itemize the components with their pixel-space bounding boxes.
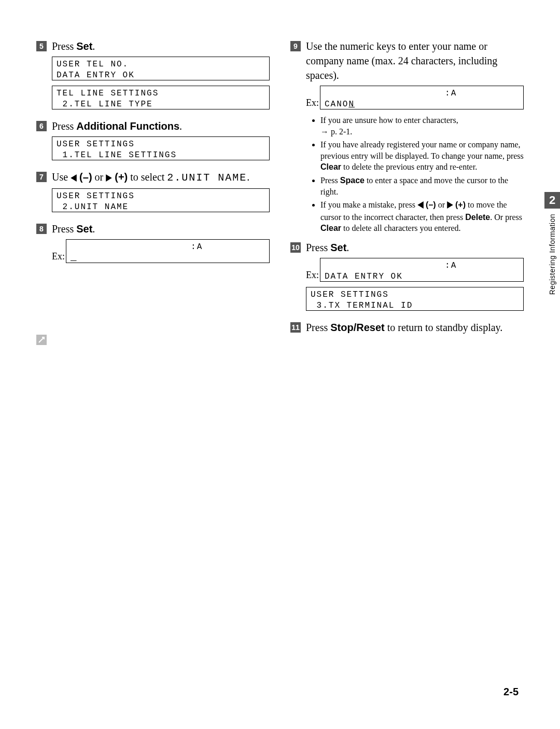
lcd-line-2: DATA ENTRY OK — [325, 272, 403, 281]
button-name: Additional Functions — [76, 120, 179, 132]
page: 5 Press Set. USER TEL NO. DATA ENTRY OK … — [0, 0, 560, 368]
svg-marker-3 — [447, 201, 453, 209]
note-bullets: If you are unsure how to enter character… — [306, 115, 524, 234]
key-clear: Clear — [320, 224, 341, 232]
bullet-item: If you have already registered your name… — [320, 139, 524, 173]
lcd-display: USER SETTINGS 2.UNIT NAME — [52, 188, 270, 212]
minus-key: (–) — [426, 200, 436, 209]
step-text: Use the numeric keys to enter your name … — [306, 39, 524, 82]
step-body: Press Stop/Reset to return to standby di… — [306, 320, 524, 338]
text: Press — [52, 223, 76, 235]
text: . — [247, 171, 249, 183]
step-8: 8 Press Set. Ex: :A _ — [36, 222, 270, 268]
text: Press — [320, 176, 340, 185]
step-number: 9 — [290, 41, 301, 51]
example-label: Ex: — [306, 98, 319, 109]
button-name: Set — [76, 223, 92, 235]
lcd-display: USER TEL NO. DATA ENTRY OK — [52, 57, 270, 80]
text: → p. 2-1. — [320, 127, 352, 136]
text: If you are unsure how to enter character… — [320, 116, 458, 125]
text: Press — [52, 40, 76, 52]
triangle-right-icon — [447, 200, 453, 212]
lcd-line-1: :A — [71, 242, 203, 252]
menu-item-mono: 2.UNIT NAME — [167, 172, 247, 184]
step-body: Use the numeric keys to enter your name … — [306, 39, 524, 236]
bullet-item: If you are unsure how to enter character… — [320, 115, 524, 137]
two-column-layout: 5 Press Set. USER TEL NO. DATA ENTRY OK … — [36, 39, 524, 342]
step-number: 10 — [290, 242, 301, 253]
example-row: Ex: :A DATA ENTRY OK — [306, 258, 524, 282]
text: . — [92, 40, 95, 52]
button-name: Stop/Reset — [330, 322, 384, 333]
lcd-display: :A CANON — [320, 86, 524, 109]
lcd-cursor: _ — [71, 253, 77, 263]
step-number: 11 — [290, 322, 301, 333]
plus-key: (+) — [115, 171, 128, 183]
svg-marker-2 — [417, 201, 424, 209]
text: . Or press — [490, 213, 522, 222]
step-5: 5 Press Set. USER TEL NO. DATA ENTRY OK … — [36, 39, 270, 115]
page-number: 2-5 — [503, 686, 519, 698]
step-text: Press Additional Functions. — [52, 119, 270, 133]
triangle-left-icon — [71, 171, 77, 185]
step-6: 6 Press Additional Functions. USER SETTI… — [36, 119, 270, 166]
step-body: Press Set. USER TEL NO. DATA ENTRY OK TE… — [52, 39, 270, 115]
lcd-display: TEL LINE SETTINGS 2.TEL LINE TYPE — [52, 86, 270, 109]
text: . — [92, 223, 95, 235]
text: to delete all characters you entered. — [341, 224, 461, 232]
lcd-display: USER SETTINGS 3.TX TERMINAL ID — [306, 287, 524, 311]
chapter-label: Registering Information — [548, 214, 556, 295]
svg-marker-0 — [71, 174, 77, 182]
lcd-cursor: N — [348, 100, 355, 109]
lcd-line-1: :A — [325, 261, 457, 270]
text: Press — [52, 120, 76, 132]
lcd-line-1: :A — [325, 89, 457, 98]
button-name: Set — [330, 242, 346, 253]
step-number: 5 — [36, 41, 47, 51]
example-row: Ex: :A CANON — [306, 86, 524, 109]
step-text: Use (–) or (+) to select 2.UNIT NAME. — [52, 170, 270, 185]
lcd-display: :A _ — [66, 239, 270, 263]
step-10: 10 Press Set. Ex: :A DATA ENTRY OK USER … — [290, 240, 524, 316]
triangle-right-icon — [106, 171, 112, 185]
step-number: 8 — [36, 224, 47, 234]
text: Use — [52, 171, 71, 183]
key-space: Space — [340, 176, 365, 185]
corner-marker-icon — [36, 335, 47, 345]
step-text: Press Set. — [52, 39, 270, 53]
svg-marker-1 — [106, 174, 112, 182]
lcd-line-2a: CANO — [325, 100, 348, 109]
example-label: Ex: — [52, 251, 65, 263]
step-text: Press Set. — [52, 222, 270, 236]
bullet-item: Press Space to enter a space and move th… — [320, 175, 524, 197]
step-body: Press Set. Ex: :A DATA ENTRY OK USER SET… — [306, 240, 524, 316]
text: to return to standby display. — [385, 322, 503, 333]
step-body: Press Additional Functions. USER SETTING… — [52, 119, 270, 166]
minus-key: (–) — [79, 171, 92, 183]
step-9: 9 Use the numeric keys to enter your nam… — [290, 39, 524, 236]
text: to select — [128, 171, 167, 183]
side-tab: 2 Registering Information — [544, 192, 560, 295]
text: If you make a mistake, press — [320, 200, 417, 209]
text: . — [346, 242, 349, 253]
key-clear: Clear — [320, 162, 341, 171]
text: to delete the previous entry and re-ente… — [341, 162, 477, 171]
key-delete: Delete — [465, 213, 490, 222]
step-text: Press Stop/Reset to return to standby di… — [306, 320, 524, 335]
text: or — [92, 171, 106, 183]
text: or — [436, 200, 447, 209]
step-7: 7 Use (–) or (+) to select 2.UNIT NAME. … — [36, 170, 270, 217]
example-label: Ex: — [306, 270, 319, 282]
step-text: Press Set. — [306, 240, 524, 255]
text: If you have already registered your name… — [320, 140, 524, 160]
step-11: 11 Press Stop/Reset to return to standby… — [290, 320, 524, 338]
bullet-item: If you make a mistake, press (–) or (+) … — [320, 199, 524, 234]
plus-key: (+) — [455, 200, 466, 209]
step-number: 7 — [36, 172, 47, 182]
left-column: 5 Press Set. USER TEL NO. DATA ENTRY OK … — [36, 39, 270, 342]
right-column: 9 Use the numeric keys to enter your nam… — [290, 39, 524, 342]
button-name: Set — [76, 40, 92, 52]
step-number: 6 — [36, 121, 47, 131]
triangle-left-icon — [417, 200, 424, 212]
lcd-display: :A DATA ENTRY OK — [320, 258, 524, 282]
